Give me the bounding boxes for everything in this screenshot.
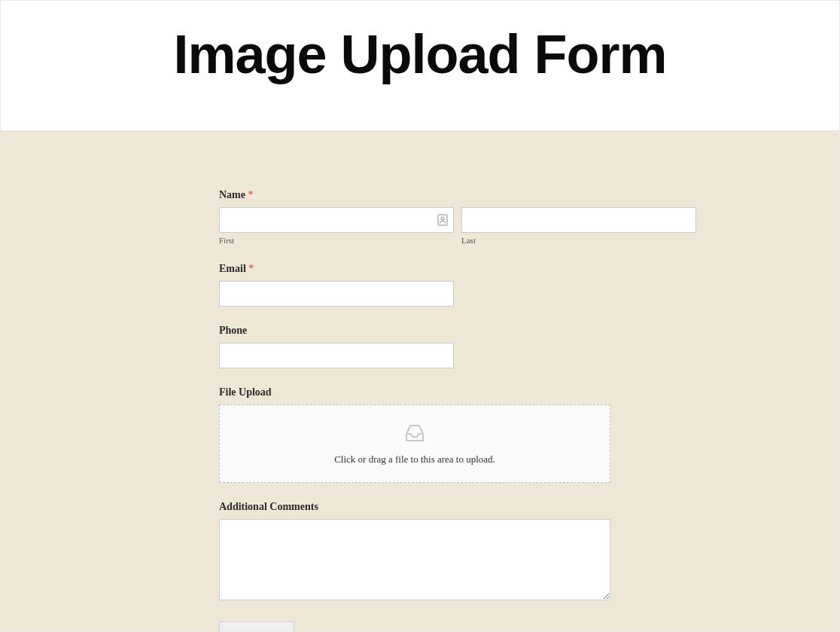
- page-header: Image Upload Form: [1, 1, 839, 130]
- last-name-col: Last: [461, 207, 696, 245]
- file-dropzone[interactable]: Click or drag a file to this area to upl…: [219, 405, 610, 483]
- phone-input[interactable]: [219, 343, 454, 368]
- first-name-col: First: [219, 207, 454, 245]
- phone-label: Phone: [219, 325, 612, 337]
- last-name-sublabel: Last: [461, 236, 696, 245]
- name-label-text: Name: [219, 189, 245, 200]
- dropzone-text: Click or drag a file to this area to upl…: [220, 453, 610, 466]
- required-mark: *: [248, 263, 254, 274]
- svg-point-1: [441, 217, 444, 220]
- email-field-group: Email *: [219, 263, 612, 307]
- inbox-icon: [403, 423, 426, 446]
- name-label: Name *: [219, 189, 612, 201]
- email-label: Email *: [219, 263, 612, 275]
- first-name-input[interactable]: [219, 207, 454, 233]
- file-upload-field-group: File Upload Click or drag a file to this…: [219, 386, 612, 483]
- phone-field-group: Phone: [219, 325, 612, 368]
- name-row: First Last: [219, 207, 612, 245]
- first-name-wrap: [219, 207, 454, 233]
- file-upload-label: File Upload: [219, 386, 612, 398]
- email-label-text: Email: [219, 263, 246, 274]
- last-name-input[interactable]: [461, 207, 696, 233]
- comments-field-group: Additional Comments: [219, 501, 612, 603]
- form-area: Name * First: [1, 130, 839, 632]
- comments-textarea[interactable]: [219, 519, 610, 600]
- name-field-group: Name * First: [219, 189, 612, 245]
- first-name-sublabel: First: [219, 236, 454, 245]
- comments-label: Additional Comments: [219, 501, 612, 513]
- contact-card-icon: [437, 214, 448, 226]
- email-input[interactable]: [219, 281, 454, 307]
- submit-button[interactable]: Submit: [219, 621, 294, 632]
- required-mark: *: [248, 189, 254, 200]
- form-inner: Name * First: [219, 189, 612, 632]
- page-title: Image Upload Form: [1, 23, 839, 85]
